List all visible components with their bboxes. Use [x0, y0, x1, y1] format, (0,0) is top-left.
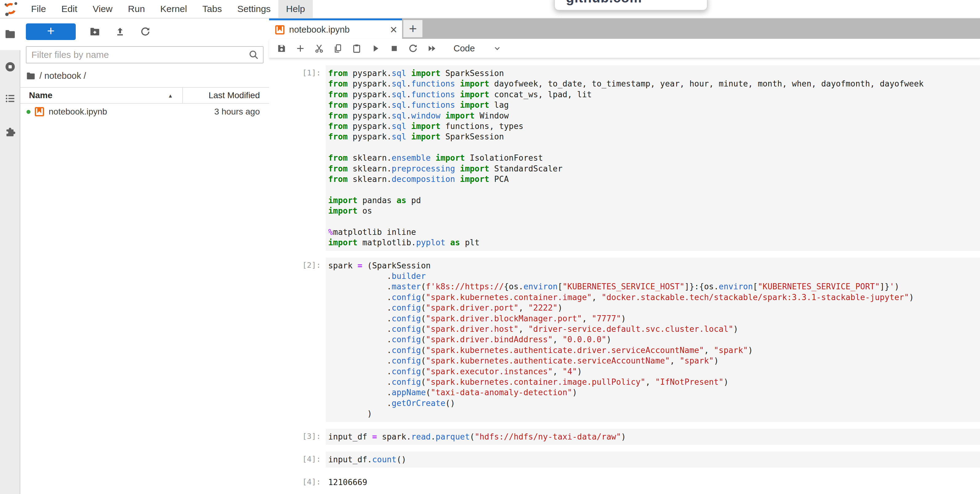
code-line [328, 184, 980, 195]
code-cell: [4]:input_df.count() [269, 451, 980, 467]
code-line: .config("spark.kubernetes.authenticate.s… [328, 356, 980, 366]
menu-help[interactable]: Help [278, 0, 313, 18]
code-line: .config("spark.driver.blockManager.port"… [328, 313, 980, 324]
code-line: .config("spark.kubernetes.container.imag… [328, 292, 980, 303]
menu-bar: FileEditViewRunKernelTabsSettingsHelp [0, 0, 980, 19]
code-line: from sklearn.preprocessing import Standa… [328, 164, 980, 174]
menu-run[interactable]: Run [120, 0, 153, 18]
code-line: .config("spark.executor.instances", "4") [328, 366, 980, 377]
code-cell: [2]:spark = (SparkSession .builder .mast… [269, 257, 980, 422]
file-name: notebook.ipynb [49, 107, 107, 117]
code-line [328, 216, 980, 227]
output-cell: [4]:12106669 [269, 474, 980, 490]
stop-circle-icon[interactable] [4, 60, 16, 73]
notebook-toolbar: Code [269, 39, 980, 59]
jupyter-logo-icon [4, 2, 18, 16]
breadcrumb-folder-icon[interactable] [26, 71, 36, 81]
code-line: from sklearn.ensemble import IsolationFo… [328, 152, 980, 163]
menu-items: FileEditViewRunKernelTabsSettingsHelp [24, 0, 313, 18]
cell-type-dropdown[interactable]: Code [453, 43, 475, 54]
paste-icon[interactable] [350, 42, 363, 54]
code-line: 12106669 [328, 477, 980, 488]
input-prompt: [1]: [269, 65, 326, 251]
copy-icon[interactable] [332, 42, 344, 54]
refresh-icon[interactable] [139, 25, 151, 38]
menu-tabs[interactable]: Tabs [194, 0, 229, 18]
stop-icon[interactable] [388, 42, 400, 54]
column-header-name[interactable]: Name [29, 91, 52, 100]
code-line: .config("spark.driver.host", "driver-ser… [328, 324, 980, 334]
activity-bar [0, 19, 20, 494]
column-header-last-modified[interactable]: Last Modified [208, 91, 260, 100]
close-icon[interactable]: × [390, 24, 397, 36]
file-browser-panel: + / notebook / Name ▲ Last Modified note… [20, 19, 269, 494]
code-editor[interactable]: input_df.count() [326, 451, 980, 467]
code-line: from sklearn.decomposition import PCA [328, 174, 980, 184]
code-line: .config("spark.kubernetes.container.imag… [328, 377, 980, 387]
kernel-running-dot [27, 110, 30, 114]
save-icon[interactable] [275, 42, 288, 54]
menu-settings[interactable]: Settings [230, 0, 278, 18]
code-line: .getOrCreate() [328, 398, 980, 408]
add-icon[interactable] [294, 42, 306, 54]
new-launcher-button[interactable]: + [26, 24, 76, 40]
filter-files-input[interactable] [26, 46, 264, 64]
file-browser-actions [76, 25, 151, 38]
code-line: from pyspark.sql import SparkSession [328, 132, 980, 142]
tab-notebook[interactable]: notebook.ipynb × [269, 19, 402, 39]
code-line: import os [328, 206, 980, 216]
code-line: import matplotlib.pyplot as plt [328, 237, 980, 248]
code-line [328, 142, 980, 152]
new-tab-button[interactable]: + [403, 20, 422, 37]
code-line: input_df.count() [328, 454, 980, 465]
menu-edit[interactable]: Edit [54, 0, 85, 18]
restart-icon[interactable] [407, 42, 419, 54]
file-listing-header: Name ▲ Last Modified [20, 87, 269, 104]
notebook-content: [1]:from pyspark.sql import SparkSession… [269, 59, 980, 494]
code-line: %matplotlib inline [328, 227, 980, 237]
code-cell: [1]:from pyspark.sql import SparkSession… [269, 65, 980, 251]
input-prompt: [3]: [269, 429, 326, 445]
chevron-down-icon[interactable] [493, 44, 502, 53]
menu-kernel[interactable]: Kernel [153, 0, 195, 18]
workspace: notebook.ipynb × + Code [1]:from pyspark… [269, 19, 980, 494]
cut-icon[interactable] [313, 42, 325, 54]
code-editor[interactable]: spark = (SparkSession .builder .master(f… [326, 257, 980, 422]
code-line: .master(f'k8s://https://{os.environ["KUB… [328, 281, 980, 292]
puzzle-icon[interactable] [4, 126, 16, 138]
sort-ascending-icon[interactable]: ▲ [168, 93, 173, 99]
new-folder-icon[interactable] [89, 25, 101, 38]
browser-popup-origin: github.com [566, 0, 642, 6]
input-prompt: [4]: [269, 451, 326, 467]
search-icon [248, 49, 259, 60]
code-line: .config("spark.kubernetes.authenticate.d… [328, 345, 980, 356]
menu-file[interactable]: File [24, 0, 54, 18]
breadcrumb: / notebook / [26, 71, 269, 81]
notebook-tab-icon [275, 25, 285, 35]
upload-icon[interactable] [114, 25, 126, 38]
toc-icon[interactable] [4, 92, 16, 105]
input-prompt: [2]: [269, 257, 326, 422]
folder-icon[interactable] [4, 28, 16, 40]
column-divider [182, 88, 183, 103]
browser-popup: github.com [554, 0, 708, 11]
menu-view[interactable]: View [85, 0, 120, 18]
code-line: .config("spark.driver.bindAddress", "0.0… [328, 334, 980, 345]
code-line: from pyspark.sql import functions, types [328, 121, 980, 132]
notebook-file-icon [35, 107, 44, 116]
breadcrumb-path[interactable]: / notebook / [40, 71, 86, 81]
run-icon[interactable] [369, 42, 382, 54]
code-line: from pyspark.sql import SparkSession [328, 68, 980, 78]
code-editor[interactable]: from pyspark.sql import SparkSessionfrom… [326, 65, 980, 251]
code-line: import pandas as pd [328, 195, 980, 206]
filter-wrap [26, 46, 264, 64]
code-line: .config("spark.driver.port", "2222") [328, 303, 980, 313]
output-prompt: [4]: [269, 474, 326, 490]
run-all-icon[interactable] [425, 42, 438, 54]
file-last-modified: 3 hours ago [214, 107, 260, 117]
code-editor[interactable]: input_df = spark.read.parquet("hdfs://hd… [326, 429, 980, 445]
code-line: ) [328, 408, 980, 419]
code-line: .builder [328, 271, 980, 281]
file-row[interactable]: notebook.ipynb 3 hours ago [20, 104, 269, 120]
code-line: from pyspark.sql.functions import dayofw… [328, 78, 980, 89]
